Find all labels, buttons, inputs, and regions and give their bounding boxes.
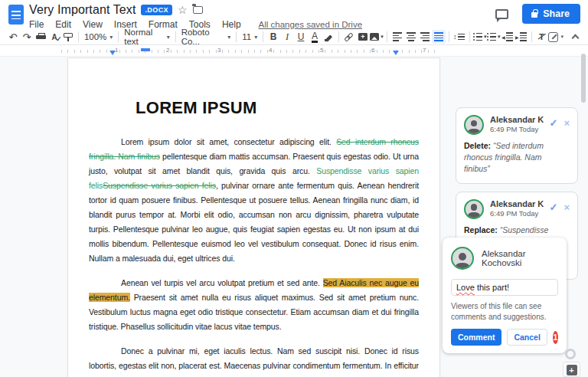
comment-cancel-button[interactable]: Cancel — [507, 329, 547, 346]
star-icon[interactable]: ☆ — [178, 5, 188, 15]
comment-composer[interactable]: Aleksandar Kochovski Love this part! Vie… — [443, 238, 567, 353]
comment-timestamp: 6:49 PM Today — [490, 209, 544, 218]
align-justify-icon — [434, 32, 443, 41]
menu-item-file[interactable]: File — [29, 19, 44, 30]
toolbar: ↶ ↷ A✓ 100%▾ Normal text▾ Roboto Co...▾ … — [0, 29, 588, 45]
align-left-icon — [393, 32, 402, 41]
collapse-toolbar-button[interactable] — [568, 30, 582, 44]
spellcheck-icon: A✓ — [51, 33, 57, 41]
ruler-number: 6 — [371, 47, 374, 54]
font-family-select[interactable]: Roboto Co...▾ — [179, 28, 234, 46]
chevron-down-icon: ▾ — [227, 34, 230, 41]
numbered-list-icon — [473, 33, 483, 41]
text-segment-normal: Lorem ipsum dolor sit amet, consectetur … — [121, 137, 336, 146]
chevron-down-icon: ▾ — [560, 34, 564, 40]
avatar — [464, 199, 484, 219]
share-button[interactable]: Share — [522, 4, 580, 24]
highlight-color-button[interactable] — [322, 30, 335, 44]
doc-paragraph[interactable]: Aenean vel turpis vel arcu volutpat pret… — [89, 276, 419, 334]
paint-format-icon — [64, 32, 73, 41]
docs-logo-icon[interactable] — [8, 5, 24, 25]
suggestion-card[interactable]: Aleksandar Kocho...6:49 PM Today✓×Delete… — [456, 107, 578, 184]
menu-item-view[interactable]: View — [83, 19, 103, 30]
app-header: Very Important Text .DOCX ☆ FileEditView… — [0, 0, 588, 29]
text-segment-normal: Aenean vel turpis vel arcu volutpat pret… — [121, 278, 323, 287]
font-size-select[interactable]: 11▾ — [240, 32, 260, 41]
reject-suggestion-icon[interactable]: × — [564, 118, 570, 128]
decrease-indent-icon: ◀ — [501, 32, 513, 41]
chevron-down-icon: ▾ — [381, 34, 384, 40]
insert-image-button[interactable]: ▾ — [370, 30, 384, 44]
explore-widget[interactable]: + — [563, 362, 580, 377]
print-icon — [36, 33, 46, 41]
reject-suggestion-icon[interactable]: × — [564, 202, 570, 212]
first-line-indent-marker[interactable] — [141, 48, 150, 51]
comment-timestamp: 6:49 PM Today — [490, 125, 544, 133]
comment-submit-button[interactable]: Comment — [451, 329, 501, 346]
doc-heading[interactable]: LOREM IPSUM — [136, 98, 419, 118]
left-indent-marker[interactable] — [109, 51, 116, 55]
doc-paragraph[interactable]: Donec a pulvinar mi, eget iaculis lectus… — [89, 344, 419, 377]
add-comment-button[interactable]: + — [356, 30, 370, 44]
toolbar-divider — [469, 31, 470, 42]
line-spacing-button[interactable]: ↕ — [452, 30, 466, 44]
lock-icon — [531, 12, 537, 18]
text-color-button[interactable]: A — [308, 30, 322, 44]
increase-indent-button[interactable]: ▶ — [514, 30, 528, 44]
image-icon — [370, 33, 379, 41]
menu-item-edit[interactable]: Edit — [55, 19, 71, 30]
align-left-button[interactable] — [390, 30, 404, 44]
share-label: Share — [543, 8, 570, 19]
comment-author: Aleksandar Kocho... — [490, 199, 544, 208]
decrease-indent-button[interactable]: ◀ — [501, 30, 514, 44]
doc-paragraph[interactable]: Lorem ipsum dolor sit amet, consectetur … — [89, 135, 419, 266]
document-page[interactable]: LOREM IPSUM Lorem ipsum dolor sit amet, … — [67, 57, 440, 377]
align-center-button[interactable] — [404, 30, 418, 44]
line-spacing-icon: ↕ — [453, 33, 466, 41]
accept-suggestion-icon[interactable]: ✓ — [550, 202, 558, 212]
chevron-down-icon: ▾ — [254, 34, 257, 41]
clear-formatting-button[interactable]: T — [534, 30, 548, 44]
save-status-link[interactable]: All changes saved in Drive — [259, 20, 363, 29]
paragraph-style-select[interactable]: Normal text▾ — [122, 28, 172, 46]
align-right-icon — [420, 32, 430, 41]
chevron-up-icon — [571, 34, 579, 42]
notification-badge[interactable]: 1 — [553, 331, 558, 344]
editing-mode-button[interactable]: ▾ — [548, 30, 564, 44]
doc-body: Lorem ipsum dolor sit amet, consectetur … — [89, 135, 419, 377]
ruler-number: 3 — [217, 47, 220, 54]
spellcheck-button[interactable]: A✓ — [47, 30, 61, 44]
accept-suggestion-icon[interactable]: ✓ — [550, 118, 558, 128]
vertical-scrollbar-thumb[interactable] — [581, 54, 586, 103]
right-indent-marker[interactable] — [393, 51, 399, 55]
bold-button[interactable]: B — [266, 30, 280, 44]
numbered-list-button[interactable]: ▾ — [473, 30, 487, 44]
move-folder-icon[interactable] — [193, 6, 203, 14]
ruler-number: 7 — [423, 47, 426, 54]
toolbar-divider — [175, 31, 176, 42]
comment-author: Aleksandar Kocho... — [490, 115, 544, 124]
toolbar-divider — [263, 31, 263, 42]
underline-button[interactable]: U — [294, 30, 308, 44]
comment-input-text: this part! — [475, 283, 509, 292]
toolbar-divider — [236, 31, 237, 42]
bulleted-list-button[interactable]: ▾ — [487, 30, 501, 44]
ruler[interactable]: 1234567 — [0, 45, 588, 57]
document-title[interactable]: Very Important Text — [29, 3, 136, 17]
composer-helper-text: Viewers of this file can see comments an… — [451, 301, 558, 323]
toolbar-divider — [338, 31, 339, 42]
print-button[interactable] — [34, 30, 47, 44]
align-right-button[interactable] — [418, 30, 432, 44]
redo-button[interactable]: ↷ — [20, 30, 34, 44]
italic-button[interactable]: I — [280, 30, 294, 44]
chevron-down-icon: ▾ — [109, 34, 113, 41]
avatar — [451, 247, 474, 270]
zoom-select[interactable]: 100%▾ — [82, 32, 115, 41]
paint-format-button[interactable] — [61, 30, 75, 44]
comment-input[interactable]: Love this part! — [451, 279, 558, 296]
text-segment-del[interactable]: Suspendisse varius sapien felis — [103, 181, 216, 190]
open-comments-icon[interactable] — [495, 9, 508, 19]
align-justify-button[interactable] — [432, 30, 446, 44]
undo-button[interactable]: ↶ — [6, 30, 20, 44]
insert-link-button[interactable] — [342, 30, 356, 44]
